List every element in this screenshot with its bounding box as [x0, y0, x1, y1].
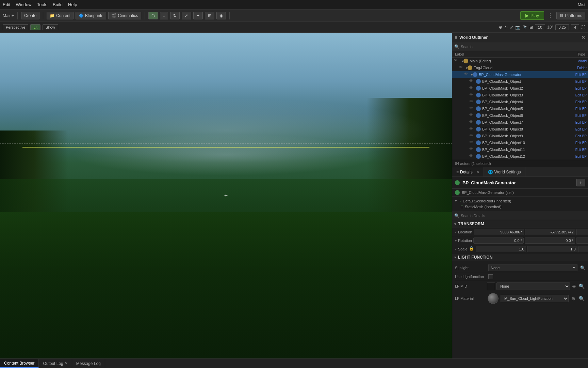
outliner-item-obj2[interactable]: 👁 BP_CloudMask_Object2 Edit BP — [452, 85, 588, 92]
content-button[interactable]: 📁 Content — [47, 12, 74, 19]
play-button[interactable]: ▶ Play — [520, 11, 544, 20]
details-close-icon[interactable]: ✕ — [476, 170, 479, 174]
lf-mid-add-icon[interactable]: ⊕ — [571, 283, 577, 290]
search-sunlight-icon[interactable]: 🔍 — [580, 265, 585, 270]
obj2-type: Edit BP — [575, 87, 587, 90]
outliner-item-obj9[interactable]: 👁 BP_CloudMask_Object9 Edit BP — [452, 133, 588, 139]
rotate-icon[interactable]: ↻ — [504, 25, 508, 30]
view-icon[interactable]: 🔭 — [522, 25, 527, 30]
obj12-label: BP_CloudMask_Object12 — [482, 154, 525, 158]
grid-size-btn[interactable]: 10 — [535, 24, 545, 30]
bottom-tabs-bar: Content Browser Output Log ✕ Message Log — [0, 359, 588, 368]
obj8-type: Edit BP — [575, 127, 587, 131]
lf-material-search-icon[interactable]: 🔍 — [578, 295, 585, 302]
create-button[interactable]: Create — [21, 12, 39, 19]
snap-tool[interactable]: ⊞ — [205, 12, 214, 19]
scale-x-input[interactable] — [476, 246, 526, 252]
details-panel: ≡ Details ✕ 🌐 World Settings BP_CloudMas… — [452, 167, 588, 358]
outliner-item-obj4[interactable]: 👁 BP_CloudMask_Object4 Edit BP — [452, 98, 588, 105]
outliner-item-bp-cloudmask-gen[interactable]: 👁 ▾ BP_CloudMaskGenerator Edit BP — [452, 71, 588, 78]
use-lf-label: Use Lightfunction — [455, 275, 486, 279]
cinematics-button[interactable]: 🎬 Cinematics — [108, 12, 141, 19]
tab-world-settings[interactable]: 🌐 World Settings — [484, 167, 525, 177]
outliner-item-obj6[interactable]: 👁 BP_CloudMask_Object6 Edit BP — [452, 112, 588, 119]
bp-icon-obj12 — [476, 154, 481, 159]
outliner-title: World Outliner — [459, 35, 488, 40]
outliner-item-obj1[interactable]: 👁 BP_CloudMask_Object Edit BP — [452, 78, 588, 85]
maximize-icon[interactable]: ⛶ — [581, 25, 585, 30]
camera-tool[interactable]: ◉ — [216, 12, 226, 19]
use-lf-checkbox[interactable] — [488, 274, 493, 279]
grid-icon[interactable]: ⊞ — [529, 25, 533, 30]
camera-speed-btn[interactable]: 4 — [571, 24, 579, 30]
content-browser-tab-label: Content Browser — [4, 361, 34, 366]
lf-mid-swatch[interactable] — [487, 282, 495, 290]
message-log-tab-label: Message Log — [76, 361, 101, 366]
scale-tool[interactable]: ⤢ — [182, 12, 191, 19]
blueprints-button[interactable]: 🔷 Blueprints — [76, 12, 106, 19]
fog-cloud-type: Folder — [577, 66, 587, 70]
show-button[interactable]: Show — [43, 24, 58, 30]
outliner-close-button[interactable]: ✕ — [581, 35, 585, 40]
outliner-item-main-editor[interactable]: 👁 ▾ Main (Editor) World — [452, 58, 588, 64]
outliner-item-obj5[interactable]: 👁 BP_CloudMask_Object5 Edit BP — [452, 105, 588, 112]
obj5-label: BP_CloudMask_Object5 — [482, 107, 523, 111]
menu-edit[interactable]: Edit — [3, 2, 10, 7]
camera-icon[interactable]: 📷 — [515, 25, 520, 30]
output-log-close-icon[interactable]: ✕ — [65, 361, 68, 366]
scale-icon[interactable]: ⤢ — [510, 25, 513, 30]
menu-help[interactable]: Help — [68, 2, 77, 7]
tab-content-browser[interactable]: Content Browser — [0, 359, 39, 368]
menu-build[interactable]: Build — [53, 2, 63, 7]
lf-material-add-icon[interactable]: ⊕ — [571, 295, 576, 302]
outliner-item-obj10[interactable]: 👁 BP_CloudMask_Object10 Edit BP — [452, 139, 588, 146]
eye-icon-obj11: 👁 — [469, 147, 475, 152]
transform-section-header[interactable]: ▾ TRANSFORM — [452, 220, 588, 228]
main-toolbar: Main+ Create 📁 Content 🔷 Blueprints 🎬 Ci… — [0, 10, 588, 22]
platforms-button[interactable]: 🖥 Platforms — [556, 12, 585, 19]
outliner-item-fog-cloud[interactable]: 👁 ▾ Fog&Cloud Folder — [452, 64, 588, 71]
rotation-x-input[interactable] — [473, 237, 524, 244]
outliner-item-obj12[interactable]: 👁 BP_CloudMask_Object12 Edit BP — [452, 153, 588, 160]
viewport[interactable]: + — [0, 33, 452, 358]
tab-output-log[interactable]: Output Log ✕ — [39, 359, 72, 368]
lit-button[interactable]: Lit — [30, 24, 40, 30]
location-x-input[interactable] — [474, 229, 524, 235]
select-tool[interactable]: ⬡ — [148, 12, 158, 19]
scale-z-input[interactable] — [578, 246, 588, 252]
translate-icon[interactable]: ⊕ — [499, 25, 502, 30]
scale-btn[interactable]: 0.25 — [555, 24, 569, 30]
outliner-item-obj7[interactable]: 👁 BP_CloudMask_Object7 Edit BP — [452, 119, 588, 126]
add-component-button[interactable]: + — [576, 179, 585, 186]
scale-dropdown-arrow: ▾ — [455, 247, 457, 251]
rotation-y-input[interactable] — [525, 237, 575, 244]
translate-tool[interactable]: ↕ — [160, 12, 168, 19]
perspective-button[interactable]: Perspective — [3, 24, 28, 30]
obj1-label: BP_CloudMask_Object — [482, 79, 521, 83]
lock-icon[interactable]: 🔒 — [469, 246, 474, 252]
transform-tool[interactable]: ✦ — [193, 12, 203, 19]
lf-material-dropdown[interactable]: M_Sun_Cloud_LightFunction — [501, 295, 569, 302]
details-search-input[interactable] — [461, 214, 586, 218]
world-outliner: ≡ World Outliner ✕ 🔍 Label Type 👁 ▾ Main… — [452, 33, 588, 167]
tab-details[interactable]: ≡ Details ✕ — [452, 167, 484, 177]
menu-window[interactable]: Window — [16, 2, 31, 7]
light-function-section-header[interactable]: ▾ LIGHT FUNCTION — [452, 254, 588, 261]
lf-mid-dropdown[interactable]: None — [496, 282, 570, 290]
obj12-type: Edit BP — [575, 155, 587, 158]
location-z-input[interactable] — [576, 229, 588, 235]
eye-icon-obj8: 👁 — [469, 126, 475, 132]
menu-tools[interactable]: Tools — [37, 2, 47, 7]
sunlight-dropdown[interactable]: None — [488, 264, 577, 271]
outliner-item-obj8[interactable]: 👁 BP_CloudMask_Object8 Edit BP — [452, 126, 588, 133]
rotate-tool[interactable]: ↻ — [170, 12, 180, 19]
location-y-input[interactable] — [525, 229, 575, 235]
outliner-item-obj11[interactable]: 👁 BP_CloudMask_Object11 Edit BP — [452, 146, 588, 153]
tab-message-log[interactable]: Message Log — [72, 359, 105, 368]
scale-y-input[interactable] — [527, 246, 577, 252]
rotation-z-input[interactable] — [576, 237, 588, 244]
outliner-search-input[interactable] — [461, 45, 586, 49]
details-tab-label: Details — [460, 170, 473, 174]
lf-mid-search-icon[interactable]: 🔍 — [578, 283, 585, 290]
outliner-item-obj3[interactable]: 👁 BP_CloudMask_Object3 Edit BP — [452, 92, 588, 98]
